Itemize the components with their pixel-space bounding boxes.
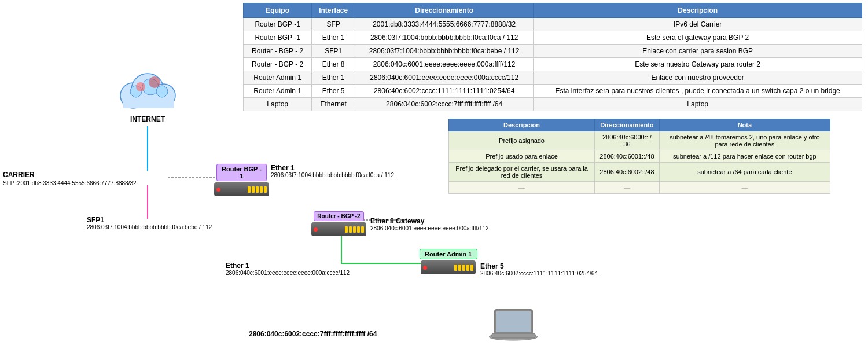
svg-rect-18 [496,311,531,332]
bgp1-ether1-addr: 2806:03f7:1004:bbbb:bbbb:bbbb:f0ca:f0ca … [271,172,394,178]
admin1-ether1-addr: 2806:040c:6001:eeee:eeee:eeee:000a:cccc/… [226,270,350,276]
main-cell-2-3: Enlace con carrier para sesion BGP [534,45,862,58]
router-admin1: Router Admin 1 [420,249,477,274]
col-direccionamiento: Direccionamiento [355,3,534,18]
main-cell-4-1: Ether 1 [312,71,355,85]
main-cell-3-0: Router - BGP - 2 [244,58,312,71]
sec-cell-3-0: — [449,182,595,194]
bgp1-ether1-info: Ether 1 2806:03f7:1004:bbbb:bbbb:bbbb:f0… [271,164,394,178]
main-cell-0-3: IPv6 del Carrier [534,18,862,31]
sec-col-nota: Nota [659,119,830,131]
bgp2-sfp1-addr: 2806:03f7:1004:bbbb:bbbb:bbbb:f0ca:bebe … [87,224,212,230]
main-cell-0-0: Router BGP -1 [244,18,312,31]
sec-cell-3-2: — [659,182,830,194]
col-interface: Interface [312,3,355,18]
internet-label: INTERNET [113,115,182,123]
main-cell-3-1: Ether 8 [312,58,355,71]
svg-rect-11 [123,95,174,108]
main-cell-1-0: Router BGP -1 [244,31,312,45]
svg-point-15 [136,82,145,91]
carrier-sfp: SFP :2001:db8:3333:4444:5555:6666:7777:8… [3,180,137,186]
main-cell-6-3: Laptop [534,98,862,111]
main-cell-5-1: Ether 5 [312,85,355,98]
sec-cell-1-2: subnetear a /112 para hacer enlace con r… [659,150,830,163]
col-equipo: Equipo [244,3,312,18]
main-cell-4-0: Router Admin 1 [244,71,312,85]
sec-cell-0-0: Prefijo asignado [449,131,595,150]
main-cell-1-2: 2806:03f7:1004:bbbb:bbbb:bbbb:f0ca:f0ca … [355,31,534,45]
main-cell-5-2: 2806:40c:6002:cccc:1111:1111:1111:0254/6… [355,85,534,98]
router-admin1-label: Router Admin 1 [420,249,477,259]
sec-cell-0-2: subnetear a /48 tomaremos 2, uno para en… [659,131,830,150]
main-cell-5-3: Esta interfaz sera para nuestros cliente… [534,85,862,98]
main-cell-6-2: 2806:040c:6002:cccc:7fff:ffff:ffff:ffff … [355,98,534,111]
carrier-label: CARRIER SFP :2001:db8:3333:4444:5555:666… [3,171,137,187]
main-cell-3-3: Este sera nuestro Gateway para router 2 [534,58,862,71]
sec-cell-1-1: 2806:40c:6001::/48 [595,150,660,163]
sec-cell-3-1: — [595,182,660,194]
main-cell-1-1: Ether 1 [312,31,355,45]
sec-cell-2-0: Prefijo delegado por el carrier, se usar… [449,163,595,182]
main-table: Equipo Interface Direccionamiento Descri… [243,3,862,111]
bgp2-sfp1-info: SFP1 2806:03f7:1004:bbbb:bbbb:bbbb:f0ca:… [87,216,212,230]
router-bgp2-label: Router - BGP -2 [314,211,363,221]
sec-cell-0-1: 2806:40c:6000:: / 36 [595,131,660,150]
main-cell-2-0: Router - BGP - 2 [244,45,312,58]
main-cell-0-1: SFP [312,18,355,31]
internet-cloud: INTERNET [113,69,182,127]
sec-table: Descripcion Direccionamiento Nota Prefij… [448,119,830,194]
main-cell-2-2: 2806:03f7:1004:bbbb:bbbb:bbbb:f0ca:bebe … [355,45,534,58]
bgp2-sfp1-label: SFP1 [87,216,212,224]
router-bgp2: Router - BGP -2 [311,211,366,236]
admin1-ether5-info: Ether 5 2806:40c:6002:cccc:1111:1111:111… [480,262,598,277]
main-cell-5-0: Router Admin 1 [244,85,312,98]
admin1-ether1-label: Ether 1 [226,262,350,270]
main-cell-6-1: Ethernet [312,98,355,111]
sec-col-dir: Direccionamiento [595,119,660,131]
main-cell-4-2: 2806:040c:6001:eeee:eeee:eeee:000a:cccc/… [355,71,534,85]
sec-cell-1-0: Prefijo usado para enlace [449,150,595,163]
main-cell-1-3: Este sera el gateway para BGP 2 [534,31,862,45]
main-cell-2-1: SFP1 [312,45,355,58]
router-bgp1: Router BGP - 1 [214,164,269,196]
admin1-ether1-info: Ether 1 2806:040c:6001:eeee:eeee:eeee:00… [226,262,350,276]
bgp2-ether8-label: Ether 8 Gateway [370,217,489,225]
svg-point-16 [149,76,160,88]
main-cell-0-2: 2001:db8:3333:4444:5555:6666:7777:8888/3… [355,18,534,31]
laptop-icon [489,307,541,350]
main-cell-4-3: Enlace con nuestro proveedor [534,71,862,85]
admin1-ether5-label: Ether 5 [480,262,598,270]
bgp1-ether1-label: Ether 1 [271,164,394,172]
bgp2-ether8-addr: 2806:040c:6001:eeee:eeee:eeee:000a:ffff/… [370,225,489,232]
router-bgp1-label: Router BGP - 1 [216,164,267,181]
bgp2-ether8-info: Ether 8 Gateway 2806:040c:6001:eeee:eeee… [370,217,489,232]
col-descripcion: Descripcion [534,3,862,18]
sec-cell-2-2: subnetear a /64 para cada cliente [659,163,830,182]
main-cell-3-2: 2806:040c:6001:eeee:eeee:eeee:000a:ffff/… [355,58,534,71]
main-cell-6-0: Laptop [244,98,312,111]
svg-rect-20 [492,333,535,338]
admin1-ether5-addr: 2806:40c:6002:cccc:1111:1111:1111:0254/6… [480,270,598,277]
sec-col-desc: Descripcion [449,119,595,131]
laptop-addr: 2806:040c:6002:cccc:7fff:ffff:ffff:ffff … [249,330,377,338]
sec-cell-2-1: 2806:40c:6002::/48 [595,163,660,182]
svg-point-14 [156,86,168,97]
